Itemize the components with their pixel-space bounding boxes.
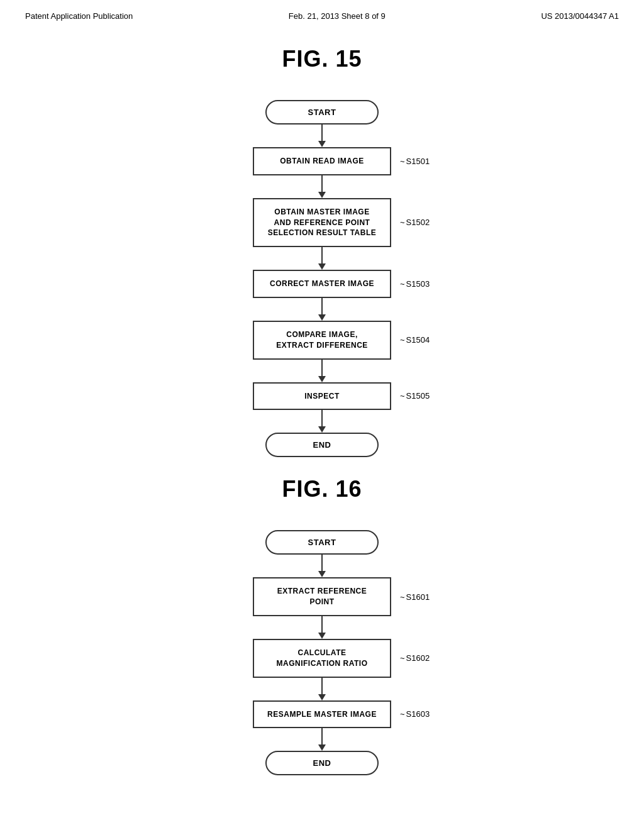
fig15-arrow-head-6 [318,426,326,433]
fig16-s1603-row: RESAMPLE MASTER IMAGE ~S1603 [253,700,391,729]
fig16-s1601-row: EXTRACT REFERENCE POINT ~S1601 [253,577,391,616]
fig15-end-row: END [265,433,379,457]
fig15-arrow-1 [318,124,326,147]
fig16-s1601-label: ~S1601 [400,592,430,602]
fig15-arrow-line-2 [321,175,323,192]
fig16-section: FIG. 16 START EXTRACT REFERENCE POINT ~S… [38,476,606,788]
fig15-arrow-5 [318,360,326,382]
fig15-flowchart: START OBTAIN READ IMAGE ~S1501 OBTAIN MA… [38,87,606,470]
fig15-s1502-shape: OBTAIN MASTER IMAGEAND REFERENCE POINTSE… [253,198,391,247]
fig15-s1501-shape: OBTAIN READ IMAGE [253,147,391,175]
fig15-s1501-label: ~S1501 [400,157,430,166]
fig15-s1504-row: COMPARE IMAGE,EXTRACT DIFFERENCE ~S1504 [253,321,391,360]
fig15-arrow-line-6 [321,410,323,426]
fig16-arrow-line-1 [321,555,323,571]
fig16-s1603-shape: RESAMPLE MASTER IMAGE [253,700,391,729]
fig15-arrow-head-5 [318,376,326,382]
fig16-arrow-1 [318,555,326,577]
fig15-arrow-head-2 [318,192,326,198]
header-left: Patent Application Publication [25,11,133,21]
fig16-s1602-label: ~S1602 [400,653,430,663]
fig15-arrow-head-3 [318,263,326,270]
fig16-start-shape: START [265,530,379,555]
fig16-arrow-line-2 [321,616,323,633]
fig16-arrow-3 [318,678,326,700]
page-header: Patent Application Publication Feb. 21, … [0,0,644,27]
fig15-title: FIG. 15 [38,46,606,72]
fig16-end-shape: END [265,751,379,775]
fig16-arrow-4 [318,728,326,751]
fig15-s1504-label: ~S1504 [400,335,430,345]
fig15-arrow-head-1 [318,141,326,147]
fig15-arrow-line-3 [321,247,323,263]
fig16-arrow-line-3 [321,678,323,694]
header-center: Feb. 21, 2013 Sheet 8 of 9 [289,11,386,21]
fig15-arrow-4 [318,298,326,321]
fig16-arrow-2 [318,616,326,639]
fig15-s1503-row: CORRECT MASTER IMAGE ~S1503 [253,270,391,298]
fig15-arrow-line-1 [321,124,323,141]
fig16-s1602-row: CALCULATEMAGNIFICATION RATIO ~S1602 [253,639,391,678]
fig15-s1503-shape: CORRECT MASTER IMAGE [253,270,391,298]
fig16-s1602-shape: CALCULATEMAGNIFICATION RATIO [253,639,391,678]
fig16-s1603-label: ~S1603 [400,709,430,719]
fig16-arrow-head-2 [318,633,326,639]
fig15-s1501-row: OBTAIN READ IMAGE ~S1501 [253,147,391,175]
fig16-s1601-shape: EXTRACT REFERENCE POINT [253,577,391,616]
fig16-arrow-head-1 [318,571,326,577]
fig15-arrow-line-4 [321,298,323,314]
fig15-s1503-label: ~S1503 [400,279,430,289]
fig15-arrow-6 [318,410,326,433]
page-content: FIG. 15 START OBTAIN READ IMAGE ~S1501 [0,46,644,788]
fig15-start-row: START [265,100,379,124]
fig15-end-shape: END [265,433,379,457]
fig15-arrow-head-4 [318,314,326,321]
fig15-section: FIG. 15 START OBTAIN READ IMAGE ~S1501 [38,46,606,470]
fig15-s1502-row: OBTAIN MASTER IMAGEAND REFERENCE POINTSE… [253,198,391,247]
fig15-s1504-shape: COMPARE IMAGE,EXTRACT DIFFERENCE [253,321,391,360]
fig16-arrow-head-3 [318,694,326,700]
fig15-arrow-2 [318,175,326,198]
fig16-flowchart: START EXTRACT REFERENCE POINT ~S1601 CAL… [38,517,606,788]
fig16-start-row: START [265,530,379,555]
fig16-title: FIG. 16 [38,476,606,502]
header-right: US 2013/0044347 A1 [541,11,619,21]
fig15-arrow-3 [318,247,326,270]
fig15-s1505-shape: INSPECT [253,382,391,411]
fig15-s1505-row: INSPECT ~S1505 [253,382,391,411]
fig16-end-row: END [265,751,379,775]
fig15-s1502-label: ~S1502 [400,218,430,227]
fig15-arrow-line-5 [321,360,323,376]
fig16-arrow-line-4 [321,728,323,744]
fig15-s1505-label: ~S1505 [400,391,430,401]
fig15-start-shape: START [265,100,379,124]
fig16-arrow-head-4 [318,744,326,751]
